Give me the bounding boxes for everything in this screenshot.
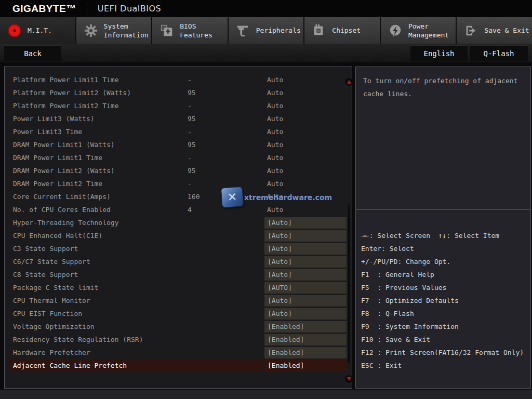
setting-value-box[interactable]: [Auto] xyxy=(264,256,347,268)
settings-row[interactable]: DRAM Power Limit2 (Watts)95Auto xyxy=(5,165,352,178)
toolbar: Back English Q-Flash xyxy=(0,44,532,62)
settings-row[interactable]: CPU Enhanced Halt(C1E)[Auto] xyxy=(5,230,352,243)
setting-auto-value: Auto xyxy=(267,180,283,188)
bios-features-icon xyxy=(158,22,175,39)
uefi-bios-screen: GIGABYTE™ UEFI DualBIOS M.I.T.System Inf… xyxy=(0,0,532,399)
tab-power-management[interactable]: Power Management xyxy=(381,17,456,44)
shortcut-line: →←: Select Screen ↑↓: Select Item xyxy=(361,229,530,242)
settings-row[interactable]: Residency State Regulation (RSR)[Enabled… xyxy=(5,334,352,347)
settings-row[interactable]: Adjacent Cache Line Prefetch[Enabled] xyxy=(5,360,352,373)
setting-current-value: - xyxy=(188,180,192,188)
setting-current-value: 95 xyxy=(188,167,196,175)
tab-system-information[interactable]: System Information xyxy=(76,17,152,44)
setting-label: No. of CPU Cores Enabled xyxy=(13,206,111,214)
setting-value-box[interactable]: [Auto] xyxy=(264,243,347,255)
setting-value-box[interactable]: [Auto] xyxy=(264,295,347,307)
setting-auto-value: Auto xyxy=(267,128,283,136)
settings-row[interactable]: Power Limit3 Time-Auto xyxy=(5,126,352,139)
shortcut-line: F5 : Previous Values xyxy=(361,281,530,294)
setting-value-box[interactable]: [Enabled] xyxy=(264,347,347,358)
scroll-down-icon[interactable] xyxy=(345,375,353,383)
tab-label: BIOS Features xyxy=(180,22,228,39)
setting-auto-value: Auto xyxy=(267,115,283,123)
shortcut-line: ESC : Exit xyxy=(361,359,530,372)
setting-auto-value: Auto xyxy=(267,102,283,110)
scrollbar[interactable] xyxy=(348,205,350,363)
settings-row[interactable]: DRAM Power Limit1 (Watts)95Auto xyxy=(5,139,352,152)
setting-label: DRAM Power Limit2 (Watts) xyxy=(13,167,115,175)
tab-label: System Information xyxy=(104,22,152,39)
settings-row[interactable]: CPU Thermal Monitor[Auto] xyxy=(5,295,352,308)
setting-current-value: 4 xyxy=(188,206,192,214)
setting-current-value: - xyxy=(188,154,192,162)
mit-red-dot-icon xyxy=(6,22,23,39)
setting-value-box[interactable]: [Auto] xyxy=(264,308,347,320)
setting-label: CPU EIST Function xyxy=(13,310,82,317)
shortcut-line: F12 : Print Screen(FAT16/32 Format Only) xyxy=(361,346,530,359)
settings-row[interactable]: Hyper-Threading Technology[Auto] xyxy=(5,217,352,230)
setting-label: DRAM Power Limit2 Time xyxy=(13,180,102,188)
setting-label: C6/C7 State Support xyxy=(13,258,90,265)
chipset-icon xyxy=(311,22,327,39)
setting-label: Hardware Prefetcher xyxy=(13,349,90,356)
gigabyte-logo: GIGABYTE™ xyxy=(0,3,76,15)
setting-current-value: - xyxy=(188,128,192,136)
tab-peripherals[interactable]: Peripherals xyxy=(229,17,304,44)
tab-mit[interactable]: M.I.T. xyxy=(0,17,75,44)
setting-label: CPU Thermal Monitor xyxy=(13,297,90,304)
tab-chipset[interactable]: Chipset xyxy=(304,17,380,44)
setting-label: Power Limit3 (Watts) xyxy=(13,115,95,123)
setting-label: Package C State limit xyxy=(13,284,98,291)
setting-value-box[interactable]: [Auto] xyxy=(264,230,347,242)
settings-row[interactable]: Platform Power Limit1 Time-Auto xyxy=(5,74,352,87)
language-button[interactable]: English xyxy=(410,45,468,61)
bottom-strip xyxy=(0,390,532,399)
settings-row[interactable]: CPU EIST Function[Auto] xyxy=(5,308,352,321)
tab-label: Save & Exit xyxy=(484,26,529,35)
tab-label: Peripherals xyxy=(256,26,301,35)
page-title: UEFI DualBIOS xyxy=(98,4,161,14)
setting-value-box[interactable]: [Auto] xyxy=(264,217,347,229)
setting-current-value: 160 xyxy=(188,193,200,201)
tab-save-exit[interactable]: Save & Exit xyxy=(457,17,532,44)
settings-row[interactable]: C6/C7 State Support[Auto] xyxy=(5,256,352,269)
setting-label: Hyper-Threading Technology xyxy=(13,219,119,227)
shortcut-line: +/-/PU/PD: Change Opt. xyxy=(361,255,530,268)
setting-value-box[interactable]: [Enabled] xyxy=(264,321,347,332)
gear-icon xyxy=(83,22,99,39)
settings-row[interactable]: Platform Power Limit2 (Watts)95Auto xyxy=(5,87,352,100)
setting-label: DRAM Power Limit1 (Watts) xyxy=(13,141,115,149)
setting-auto-value: Auto xyxy=(267,154,283,162)
setting-value-box[interactable]: [Enabled] xyxy=(264,360,347,371)
settings-row[interactable]: DRAM Power Limit1 Time-Auto xyxy=(5,152,352,165)
setting-auto-value: Auto xyxy=(267,167,283,175)
settings-row[interactable]: C3 State Support[Auto] xyxy=(5,243,352,256)
setting-auto-value: Auto xyxy=(267,76,283,84)
settings-row[interactable]: Hardware Prefetcher[Enabled] xyxy=(5,347,352,360)
tab-bar: M.I.T.System InformationBIOS FeaturesPer… xyxy=(0,17,532,44)
setting-label: DRAM Power Limit1 Time xyxy=(13,154,102,162)
tab-label: Chipset xyxy=(332,26,361,35)
tab-bios-features[interactable]: BIOS Features xyxy=(152,17,228,44)
shortcut-list: →←: Select Screen ↑↓: Select ItemEnter: … xyxy=(361,229,530,372)
settings-row[interactable]: C8 State Support[Auto] xyxy=(5,269,352,282)
setting-auto-value: Auto xyxy=(267,141,283,149)
setting-label: Power Limit3 Time xyxy=(13,128,82,136)
settings-row[interactable]: Platform Power Limit2 Time-Auto xyxy=(5,100,352,113)
scroll-down-arrow xyxy=(347,377,351,381)
scroll-up-icon[interactable] xyxy=(345,78,353,86)
setting-label: Core Current Limit(Amps) xyxy=(13,193,111,201)
setting-value-box[interactable]: [Auto] xyxy=(264,269,347,281)
save-exit-icon xyxy=(463,22,480,39)
watermark-text: xtremehardware.com xyxy=(244,193,332,202)
setting-value-box[interactable]: [AUTO] xyxy=(264,282,347,294)
settings-row[interactable]: Voltage Optimization[Enabled] xyxy=(5,321,352,334)
qflash-button[interactable]: Q-Flash xyxy=(470,45,528,61)
setting-label: Platform Power Limit2 (Watts) xyxy=(13,89,131,97)
setting-value-box[interactable]: [Enabled] xyxy=(264,334,347,345)
back-button[interactable]: Back xyxy=(4,45,61,61)
setting-current-value: - xyxy=(188,76,192,84)
settings-row[interactable]: Package C State limit[AUTO] xyxy=(5,282,352,295)
settings-row[interactable]: Power Limit3 (Watts)95Auto xyxy=(5,113,352,126)
setting-auto-value: Auto xyxy=(267,89,283,97)
